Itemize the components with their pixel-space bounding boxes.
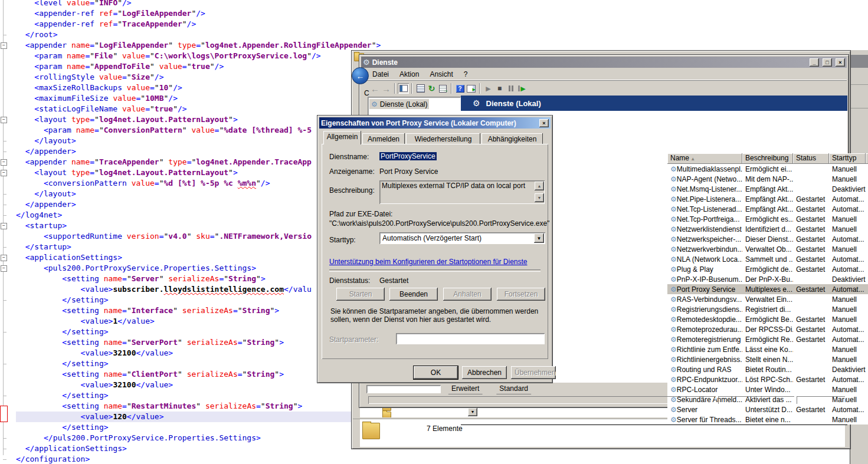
properties-icon[interactable]: [415, 83, 426, 94]
close-button[interactable]: ×: [836, 58, 845, 67]
back-icon[interactable]: ←: [369, 83, 381, 94]
tab-abhngigkeiten[interactable]: Abhängigkeiten: [482, 133, 543, 144]
maximize-button[interactable]: □: [823, 58, 832, 67]
table-row[interactable]: ⚙RPC-Endpunktzuor...Löst RPC-Sch...Gesta…: [667, 374, 868, 384]
table-row[interactable]: ⚙PnP-X-IP-Busenum...Der PnP-X-Bu...Deakt…: [667, 274, 868, 284]
menu-item-aktion[interactable]: Aktion: [394, 69, 424, 80]
column-header-starttyp[interactable]: Starttyp: [829, 153, 866, 164]
menu-item-datei[interactable]: Datei: [367, 69, 394, 80]
description-scroll-down-icon[interactable]: ▼: [535, 193, 544, 202]
table-row[interactable]: ⚙Netzwerkspeicher-...Dieser Dienst...Ges…: [667, 234, 868, 244]
table-row[interactable]: ⚙Net.Tcp-Portfreiga...Ermöglicht es...Ge…: [667, 214, 868, 224]
fold-collapse-icon[interactable]: −: [1, 265, 7, 272]
service-starttype: Automat...: [829, 406, 866, 414]
table-row[interactable]: ⚙Routing und RASBietet Routin...Deaktivi…: [667, 364, 868, 374]
service-status: Gestartet: [793, 406, 829, 414]
restart-service-icon[interactable]: ▶: [516, 83, 528, 94]
cancel-button[interactable]: Abbrechen: [462, 366, 507, 379]
code-fold-margin[interactable]: −−−−−−−: [0, 0, 9, 464]
column-header-anmeldenals[interactable]: Anmelden als: [866, 153, 868, 164]
menu-item-ansicht[interactable]: Ansicht: [424, 69, 458, 80]
table-row[interactable]: ⚙Plug & PlayErmöglicht de...GestartetAut…: [667, 264, 868, 274]
tree-item-dienste-lokal[interactable]: ⚙ Dienste (Lokal): [369, 99, 429, 109]
view-tab-standard[interactable]: Standard: [490, 384, 538, 394]
service-status: Gestartet: [793, 335, 829, 344]
apply-button[interactable]: Übernehmen: [511, 366, 556, 379]
table-row[interactable]: ⚙Net.Msmq-Listener...Empfängt Akt...Deak…: [667, 184, 868, 194]
table-row[interactable]: ⚙ServerUnterstützt D...GestartetAutomat.…: [667, 404, 868, 414]
fold-collapse-icon[interactable]: −: [1, 255, 7, 261]
beenden-button[interactable]: Beenden: [389, 288, 438, 301]
view-tab-erweitert[interactable]: Erweitert: [442, 384, 489, 394]
fold-collapse-icon[interactable]: −: [1, 117, 7, 123]
column-header-beschreibung[interactable]: Beschreibung: [742, 153, 793, 164]
service-description: Verwaltet Ein...: [742, 295, 793, 304]
combobox-dropdown-icon[interactable]: ▼: [534, 233, 544, 243]
fortsetzen-button[interactable]: Fortsetzen: [497, 288, 545, 301]
display-name-label: Anzeigename:: [329, 167, 375, 176]
anhalten-button[interactable]: Anhalten: [443, 288, 492, 301]
table-row[interactable]: ⚙Multimediaklassenpl...Ermöglicht ei...M…: [667, 164, 868, 174]
dialog-close-icon[interactable]: ×: [539, 119, 549, 127]
console-tree-toggle-icon[interactable]: [398, 83, 409, 94]
table-row[interactable]: ⚙Remoteprozedurau...Der RPCSS-Di...Gesta…: [667, 324, 868, 334]
fold-collapse-icon[interactable]: −: [1, 170, 7, 176]
services-table[interactable]: Name ▲BeschreibungStatusStarttypAnmelden…: [667, 153, 868, 424]
tab-wiederherstellung[interactable]: Wiederherstellung: [406, 133, 480, 144]
service-gear-icon: ⚙: [670, 245, 677, 254]
startparam-input[interactable]: [396, 333, 545, 344]
pause-service-icon[interactable]: [505, 83, 516, 94]
service-logon-as: Netzwerkdienst: [866, 175, 868, 183]
service-logon-as: Netzwerkdienst: [866, 255, 868, 264]
tab-anmelden[interactable]: Anmelden: [362, 133, 405, 144]
table-row[interactable]: ⚙Port Proxy ServiceMultiplexes e...Gesta…: [667, 284, 868, 294]
menu-item-?[interactable]: ?: [458, 69, 473, 80]
fold-collapse-icon[interactable]: −: [1, 223, 7, 229]
export-list-icon[interactable]: →: [437, 83, 448, 94]
help-icon[interactable]: ?: [454, 83, 466, 94]
services-titlebar[interactable]: ⚙ Dienste _ □ ×: [361, 57, 847, 68]
table-row[interactable]: ⚙RemoteregistrierungErmöglicht Re...Gest…: [667, 334, 868, 344]
table-row[interactable]: ⚙Remotedesktopdie...Ermöglicht Be...Gest…: [667, 314, 868, 324]
column-header-status[interactable]: Status: [793, 153, 829, 164]
ok-button[interactable]: OK: [414, 366, 458, 379]
minimize-button[interactable]: _: [810, 58, 819, 67]
service-gear-icon: ⚙: [670, 275, 677, 284]
fold-collapse-icon[interactable]: −: [1, 42, 7, 49]
service-logon-as: Lokales System: [866, 406, 868, 414]
table-row[interactable]: ⚙Server für Threads...Bietet eine n...Ma…: [667, 414, 868, 424]
table-row[interactable]: ⚙Netzwerkverbindun...Verwaltet Ob...Gest…: [667, 244, 868, 254]
combo-dropdown-button[interactable]: ▼: [468, 408, 477, 416]
table-row[interactable]: ⚙Richtlinienergebniss...Stellt einen N..…: [667, 354, 868, 364]
table-row[interactable]: ⚙Richtlinie zum Entfe...Lässt eine Ko...…: [667, 344, 868, 354]
starten-button[interactable]: Starten: [336, 288, 385, 301]
start-service-icon[interactable]: ▶: [483, 83, 494, 94]
stop-service-icon[interactable]: ■: [494, 83, 505, 94]
table-row[interactable]: ⚙Net.Tcp-Listenerad...Empfängt Akt...Ges…: [667, 204, 868, 214]
services-statusbar: [361, 394, 847, 406]
description-scroll-up-icon[interactable]: ▲: [535, 182, 544, 190]
startup-type-combobox[interactable]: Automatisch (Verzögerter Start) ▼: [379, 232, 545, 244]
filter-input[interactable]: [366, 385, 441, 393]
fold-collapse-icon[interactable]: −: [1, 159, 7, 166]
code-line: <maximumFileSize value="10MB"/>: [16, 93, 178, 104]
tab-allgemein[interactable]: Allgemein: [323, 131, 361, 144]
table-row[interactable]: ⚙NLA (Network Loca...Sammelt und ...Gest…: [667, 254, 868, 264]
service-name-value[interactable]: PortProxyService: [379, 152, 437, 160]
table-row[interactable]: ⚙NAP-Agent (Netwo...Mit dem NAP-...Manue…: [667, 174, 868, 184]
action-pane-toggle-icon[interactable]: ▶: [466, 83, 477, 94]
table-row[interactable]: ⚙Registrierungsdiens...Registriert di...…: [667, 304, 868, 314]
dialog-titlebar[interactable]: Eigenschaften von Port Proxy Service (Lo…: [319, 117, 551, 129]
explorer-back-button[interactable]: ←: [352, 67, 369, 84]
refresh-icon[interactable]: ↻: [426, 83, 437, 94]
explorer-item-count: 7 Elemente: [427, 424, 463, 433]
column-header-name[interactable]: Name ▲: [667, 153, 742, 164]
startup-options-help-link[interactable]: Unterstützung beim Konfigurieren der Sta…: [329, 258, 528, 266]
table-row[interactable]: ⚙Net.Pipe-Listenera...Empfängt Akt...Ges…: [667, 194, 868, 204]
table-row[interactable]: ⚙RPC-LocatorUnter Windo...ManuellNetzwer…: [667, 384, 868, 394]
table-row[interactable]: ⚙NetzwerklistendienstIdentifiziert d...G…: [667, 224, 868, 234]
forward-icon[interactable]: →: [381, 83, 392, 94]
description-box[interactable]: Multiplexes external TCP/IP data on loca…: [379, 180, 545, 204]
code-line: <value>subscriber.lloydslistintelligence…: [16, 284, 312, 295]
table-row[interactable]: ⚙RAS-Verbindungsv...Verwaltet Ein...Manu…: [667, 294, 868, 304]
